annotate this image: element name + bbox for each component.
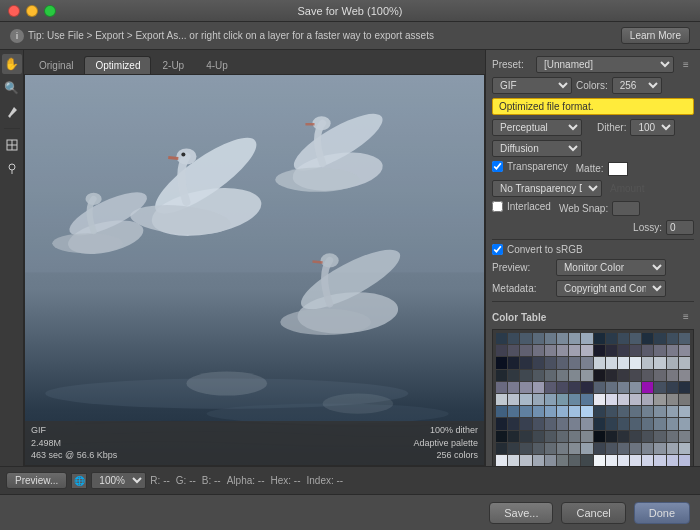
color-cell[interactable] — [630, 443, 641, 454]
color-cell[interactable] — [594, 431, 605, 442]
color-cell[interactable] — [508, 455, 519, 466]
color-cell[interactable] — [508, 370, 519, 381]
color-cell[interactable] — [630, 357, 641, 368]
done-button[interactable]: Done — [634, 502, 690, 524]
color-cell[interactable] — [533, 431, 544, 442]
color-cell[interactable] — [496, 406, 507, 417]
color-cell[interactable] — [533, 394, 544, 405]
color-cell[interactable] — [667, 418, 678, 429]
color-cell[interactable] — [654, 382, 665, 393]
save-button[interactable]: Save... — [489, 502, 553, 524]
color-cell[interactable] — [581, 370, 592, 381]
color-cell[interactable] — [618, 394, 629, 405]
browser-icon[interactable]: 🌐 — [71, 473, 87, 489]
color-cell[interactable] — [630, 382, 641, 393]
color-cell[interactable] — [679, 406, 690, 417]
color-cell[interactable] — [594, 418, 605, 429]
preview-select[interactable]: Monitor Color — [556, 259, 666, 276]
color-cell[interactable] — [496, 418, 507, 429]
slice-tool[interactable] — [2, 135, 22, 155]
color-cell[interactable] — [630, 394, 641, 405]
color-cell[interactable] — [654, 455, 665, 466]
color-cell[interactable] — [667, 455, 678, 466]
color-cell[interactable] — [618, 345, 629, 356]
color-cell[interactable] — [594, 455, 605, 466]
color-cell[interactable] — [508, 394, 519, 405]
matte-swatch[interactable] — [608, 162, 628, 176]
color-cell[interactable] — [630, 431, 641, 442]
color-cell[interactable] — [569, 370, 580, 381]
tab-original[interactable]: Original — [28, 56, 84, 74]
color-cell[interactable] — [533, 333, 544, 344]
color-cell[interactable] — [496, 357, 507, 368]
color-cell[interactable] — [642, 345, 653, 356]
color-cell[interactable] — [533, 370, 544, 381]
color-cell[interactable] — [496, 370, 507, 381]
color-cell[interactable] — [618, 357, 629, 368]
color-cell[interactable] — [545, 382, 556, 393]
zoom-tool[interactable]: 🔍 — [2, 78, 22, 98]
color-cell[interactable] — [667, 394, 678, 405]
color-cell[interactable] — [508, 382, 519, 393]
color-cell[interactable] — [679, 418, 690, 429]
preset-menu-icon[interactable]: ≡ — [678, 57, 694, 73]
color-cell[interactable] — [606, 345, 617, 356]
annotation-tool[interactable] — [2, 159, 22, 179]
color-cell[interactable] — [557, 370, 568, 381]
color-cell[interactable] — [594, 406, 605, 417]
color-cell[interactable] — [545, 431, 556, 442]
color-cell[interactable] — [557, 443, 568, 454]
color-cell[interactable] — [496, 382, 507, 393]
color-cell[interactable] — [545, 455, 556, 466]
color-cell[interactable] — [606, 431, 617, 442]
color-cell[interactable] — [533, 345, 544, 356]
color-cell[interactable] — [557, 406, 568, 417]
color-cell[interactable] — [667, 370, 678, 381]
zoom-select[interactable]: 100% — [91, 472, 146, 489]
color-cell[interactable] — [569, 345, 580, 356]
color-cell[interactable] — [520, 370, 531, 381]
color-cell[interactable] — [654, 333, 665, 344]
color-cell[interactable] — [545, 394, 556, 405]
color-cell[interactable] — [667, 345, 678, 356]
color-cell[interactable] — [581, 333, 592, 344]
color-cell[interactable] — [569, 455, 580, 466]
color-cell[interactable] — [618, 418, 629, 429]
color-cell[interactable] — [630, 370, 641, 381]
color-cell[interactable] — [545, 357, 556, 368]
color-cell[interactable] — [679, 455, 690, 466]
color-cell[interactable] — [654, 345, 665, 356]
color-cell[interactable] — [594, 382, 605, 393]
color-cell[interactable] — [667, 431, 678, 442]
tab-4up[interactable]: 4-Up — [195, 56, 239, 74]
color-cell[interactable] — [642, 443, 653, 454]
cancel-button[interactable]: Cancel — [561, 502, 625, 524]
color-cell[interactable] — [630, 418, 641, 429]
color-cell[interactable] — [679, 333, 690, 344]
color-cell[interactable] — [581, 345, 592, 356]
color-cell[interactable] — [520, 333, 531, 344]
color-cell[interactable] — [594, 370, 605, 381]
color-cell[interactable] — [520, 382, 531, 393]
color-cell[interactable] — [642, 431, 653, 442]
color-cell[interactable] — [654, 357, 665, 368]
color-cell[interactable] — [618, 382, 629, 393]
color-cell[interactable] — [642, 418, 653, 429]
color-cell[interactable] — [520, 418, 531, 429]
tab-2up[interactable]: 2-Up — [151, 56, 195, 74]
color-cell[interactable] — [606, 382, 617, 393]
no-trans-dither-select[interactable]: No Transparency Dit... — [492, 180, 602, 197]
color-cell[interactable] — [520, 431, 531, 442]
color-cell[interactable] — [508, 418, 519, 429]
color-cell[interactable] — [520, 345, 531, 356]
colors-select[interactable]: 256 — [612, 77, 662, 94]
color-cell[interactable] — [654, 431, 665, 442]
color-cell[interactable] — [508, 443, 519, 454]
color-cell[interactable] — [630, 345, 641, 356]
color-cell[interactable] — [654, 370, 665, 381]
color-cell[interactable] — [642, 382, 653, 393]
color-cell[interactable] — [654, 394, 665, 405]
preset-select[interactable]: [Unnamed] — [536, 56, 674, 73]
color-cell[interactable] — [618, 443, 629, 454]
color-cell[interactable] — [581, 382, 592, 393]
